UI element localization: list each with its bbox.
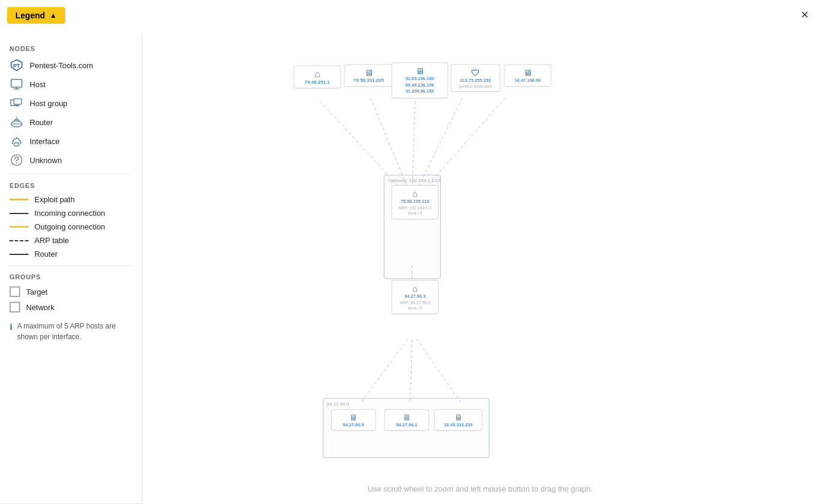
pentest-tools-label: Pentest-Tools.com (30, 61, 93, 70)
incoming-connection-label: Incoming connection (34, 209, 105, 218)
nodes-section-title: NODES (9, 45, 132, 52)
close-icon: × (801, 7, 809, 22)
graph-hint: Use scroll wheel to zoom and left mouse … (368, 484, 593, 493)
legend-item-exploit-path: Exploit path (9, 195, 132, 204)
router-edge-line (9, 254, 28, 255)
legend-item-host: Host (9, 77, 132, 91)
svg-line-24 (417, 339, 461, 403)
chevron-up-icon: ▲ (50, 11, 57, 20)
router-edge-label: Router (34, 250, 58, 259)
host-icon (9, 77, 24, 91)
legend-panel: NODES PT Pentest-Tools.com Host (0, 33, 142, 504)
svg-text:PT: PT (13, 63, 20, 69)
legend-item-arp-table: ARP table (9, 236, 132, 245)
legend-item-router-edge: Router (9, 250, 132, 259)
legend-item-interface: Interface (9, 134, 132, 148)
graph-svg: ⌂ 79.46.251.1 🖥 79.56.331.205 🖥 31.65.10… (142, 0, 818, 504)
arp-table-line (9, 240, 28, 241)
legend-item-network: Network (9, 302, 132, 312)
exploit-path-label: Exploit path (34, 195, 75, 204)
network-box (9, 302, 20, 312)
legend-label: Legend (15, 11, 45, 20)
svg-rect-12 (14, 143, 19, 146)
legend-item-outgoing-connection: Outgoing connection (9, 222, 132, 231)
groups-section-title: GROUPS (9, 273, 132, 280)
pentest-tools-icon: PT (9, 58, 24, 72)
svg-text:Gateway: 192.168.1.1/24: Gateway: 192.168.1.1/24 (388, 178, 441, 183)
legend-item-incoming-connection: Incoming connection (9, 209, 132, 218)
target-label: Target (26, 288, 47, 296)
target-box (9, 286, 20, 297)
network-label: Network (26, 303, 55, 312)
exploit-path-line (9, 199, 28, 200)
svg-point-15 (16, 162, 17, 164)
svg-rect-2 (11, 79, 22, 87)
legend-item-router: Router (9, 115, 132, 129)
interface-icon (9, 134, 24, 148)
svg-text:84.27.96.0: 84.27.96.0 (327, 401, 349, 407)
router-icon (9, 115, 24, 129)
edges-section-title: EDGES (9, 182, 132, 189)
outgoing-connection-label: Outgoing connection (34, 222, 105, 231)
router-label: Router (30, 118, 53, 127)
arp-table-label: ARP table (34, 236, 69, 245)
unknown-icon (9, 153, 24, 167)
info-note: ℹ A maximum of 5 ARP hosts are shown per… (9, 321, 132, 342)
svg-line-23 (410, 339, 412, 403)
info-note-text: A maximum of 5 ARP hosts are shown per i… (17, 321, 132, 342)
svg-line-22 (361, 339, 408, 403)
host-group-icon (9, 96, 24, 110)
unknown-label: Unknown (30, 156, 62, 165)
legend-item-target: Target (9, 286, 132, 297)
legend-item-pentest-tools: PT Pentest-Tools.com (9, 58, 132, 72)
svg-rect-6 (14, 99, 21, 104)
interface-label: Interface (30, 137, 60, 146)
host-group-label: Host group (30, 99, 68, 108)
graph-canvas[interactable]: ⌂ 79.46.251.1 🖥 79.56.331.205 🖥 31.65.10… (142, 0, 818, 504)
host-label: Host (30, 80, 46, 89)
legend-item-unknown: Unknown (9, 153, 132, 167)
legend-item-host-group: Host group (9, 96, 132, 110)
legend-toggle-button[interactable]: Legend ▲ (7, 7, 65, 24)
incoming-connection-line (9, 213, 28, 214)
close-button[interactable]: × (801, 7, 809, 23)
info-icon: ℹ (9, 321, 12, 333)
outgoing-connection-line (9, 226, 28, 228)
